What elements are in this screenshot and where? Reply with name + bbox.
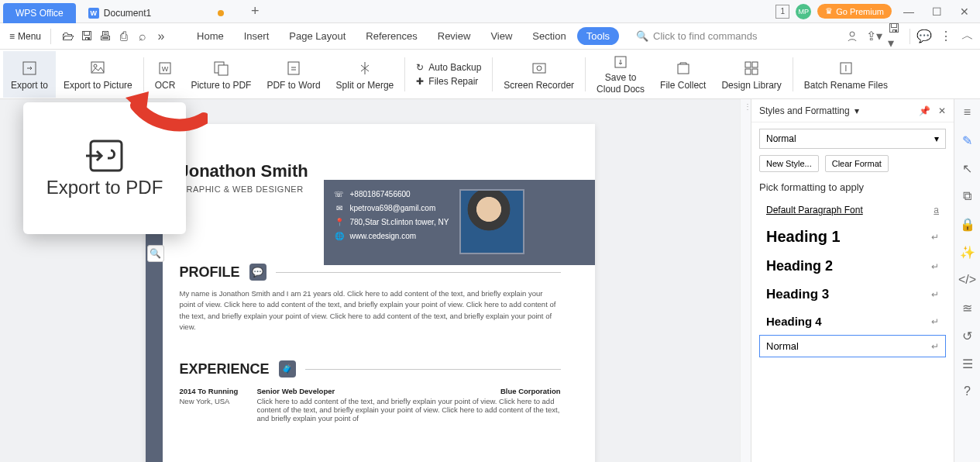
menu-tools[interactable]: Tools	[577, 27, 619, 45]
batch-rename-button[interactable]: I Batch Rename Files	[796, 51, 896, 98]
document-page[interactable]: 🔍 Jonathon Smith GRAPHIC & WEB DESIGNER …	[146, 124, 595, 462]
pin-icon[interactable]: 📌	[919, 105, 930, 116]
pdf-to-word-button[interactable]: PDF to Word	[259, 51, 328, 98]
menu-insert[interactable]: Insert	[235, 27, 279, 45]
export-to-button[interactable]: Export to	[3, 51, 56, 98]
recorder-icon	[529, 58, 549, 78]
screen-recorder-button[interactable]: Screen Recorder	[496, 51, 582, 98]
new-style-button[interactable]: New Style...	[759, 155, 819, 172]
profile-photo	[459, 189, 524, 254]
minimize-button[interactable]: ―	[898, 2, 920, 21]
quick-access-toolbar: 🗁 🖫 🖶 ⎙ ⌕ »	[56, 29, 174, 44]
menu-section[interactable]: Section	[523, 27, 575, 45]
dropdown-icon[interactable]: ▾	[854, 105, 859, 116]
svg-text:W: W	[162, 65, 169, 73]
split-merge-icon	[355, 58, 375, 78]
document-tab[interactable]: W Document1	[76, 3, 236, 23]
email-icon: ✉	[335, 203, 344, 212]
experience-heading: EXPERIENCE	[180, 361, 270, 378]
current-style-select[interactable]: Normal ▾	[759, 129, 946, 149]
save-dropdown-icon[interactable]: 🖫▾	[888, 29, 903, 44]
new-tab-button[interactable]: +	[246, 2, 264, 21]
style-heading-2[interactable]: Heading 2 ↵	[759, 253, 946, 280]
svg-rect-7	[218, 65, 228, 75]
exp-company: Blue Corporation	[476, 387, 561, 395]
resume-name: Jonathon Smith	[146, 124, 595, 184]
pic-pdf-icon	[211, 58, 231, 78]
clear-format-button[interactable]: Clear Format	[825, 155, 889, 172]
styles-formatting-panel: Styles and Formatting ▾ 📌 ✕ Normal ▾ New…	[751, 99, 954, 462]
find-button[interactable]: 🔍	[147, 245, 164, 262]
svg-rect-15	[745, 69, 751, 74]
rail-lock-icon[interactable]: 🔒	[959, 215, 976, 233]
upload-icon[interactable]: ⇪▾	[866, 29, 882, 44]
comment-icon[interactable]: 💬	[916, 29, 932, 44]
maximize-button[interactable]: ☐	[926, 2, 947, 21]
user-avatar[interactable]: MP	[796, 4, 811, 19]
notification-badge[interactable]: 1	[775, 5, 789, 19]
style-heading-4[interactable]: Heading 4 ↵	[759, 309, 946, 333]
rail-list-icon[interactable]: ☰	[959, 355, 976, 372]
phone-icon: ☏	[335, 189, 344, 198]
more-icon[interactable]: ⋮	[938, 29, 954, 44]
menu-home[interactable]: Home	[187, 27, 233, 45]
rail-help-icon[interactable]: ?	[959, 383, 976, 400]
close-panel-icon[interactable]: ✕	[938, 105, 946, 116]
rail-history-icon[interactable]: ↺	[959, 327, 976, 344]
design-library-icon	[741, 58, 762, 78]
close-button[interactable]: ✕	[954, 2, 975, 21]
style-heading-1[interactable]: Heading 1 ↵	[759, 222, 946, 251]
auto-backup-button[interactable]: ↻ Auto Backup	[416, 62, 481, 73]
rail-edit-icon[interactable]: ✎	[959, 132, 976, 149]
svg-point-3	[94, 64, 97, 67]
ocr-icon: W	[155, 58, 175, 78]
exp-period: 2014 To Running	[180, 387, 257, 395]
print-icon[interactable]: 🖶	[98, 29, 113, 44]
go-premium-button[interactable]: ♛ Go Premium	[817, 4, 892, 19]
location-icon: 📍	[335, 217, 344, 226]
exp-body: Click here to add content of the text, a…	[257, 397, 561, 422]
style-heading-3[interactable]: Heading 3 ↵	[759, 281, 946, 308]
files-repair-button[interactable]: ✚ Files Repair	[416, 76, 481, 87]
svg-rect-14	[752, 62, 758, 67]
collapse-ribbon-icon[interactable]: ︿	[960, 29, 975, 44]
main-menu-button[interactable]: ≡ Menu	[5, 28, 46, 45]
rail-select-icon[interactable]: ↖	[959, 160, 976, 177]
rail-collapse-icon[interactable]: ≡	[959, 104, 976, 121]
vertical-scrollbar[interactable]: ⋮	[740, 99, 751, 462]
share-icon[interactable]	[844, 29, 860, 44]
app-tab[interactable]: WPS Office	[3, 3, 76, 23]
unsaved-indicator-icon	[218, 10, 224, 16]
split-merge-button[interactable]: Split or Merge	[328, 51, 402, 98]
menu-review[interactable]: Review	[428, 27, 480, 45]
svg-text:I: I	[844, 64, 847, 73]
globe-icon: 🌐	[335, 231, 344, 240]
save-to-cloud-button[interactable]: Save to Cloud Docs	[589, 51, 652, 98]
batch-rename-icon: I	[836, 58, 856, 78]
more-qat-icon[interactable]: »	[153, 29, 169, 44]
menu-references[interactable]: References	[356, 27, 426, 45]
style-default-paragraph[interactable]: Default Paragraph Font a	[759, 199, 946, 221]
experience-badge-icon: 🧳	[279, 360, 296, 378]
print-preview-icon[interactable]: ⎙	[116, 29, 132, 44]
rail-sliders-icon[interactable]: ≊	[959, 299, 976, 316]
rail-code-icon[interactable]: </>	[959, 271, 976, 288]
menu-view[interactable]: View	[481, 27, 521, 45]
picture-export-icon	[88, 58, 108, 78]
file-collect-button[interactable]: File Collect	[652, 51, 714, 98]
zoom-icon[interactable]: ⌕	[135, 29, 150, 44]
save-icon[interactable]: 🖫	[79, 29, 95, 44]
rail-sparkle-icon[interactable]: ✨	[959, 243, 976, 260]
svg-rect-9	[533, 64, 545, 73]
design-library-button[interactable]: Design Library	[714, 51, 789, 98]
open-icon[interactable]: 🗁	[60, 29, 76, 44]
style-normal[interactable]: Normal ↵	[759, 335, 946, 357]
profile-badge-icon: 💬	[249, 264, 266, 281]
search-icon: 🔍	[636, 30, 648, 42]
menu-page-layout[interactable]: Page Layout	[280, 27, 355, 45]
document-title: Document1	[104, 8, 151, 19]
command-search[interactable]: 🔍 Click to find commands	[636, 30, 757, 42]
rail-clipboard-icon[interactable]: ⧉	[959, 188, 976, 205]
pick-formatting-label: Pick formatting to apply	[751, 178, 954, 199]
contact-block: ☏+8801867456600 ✉kpetrova698@gamil.com 📍…	[324, 180, 595, 265]
